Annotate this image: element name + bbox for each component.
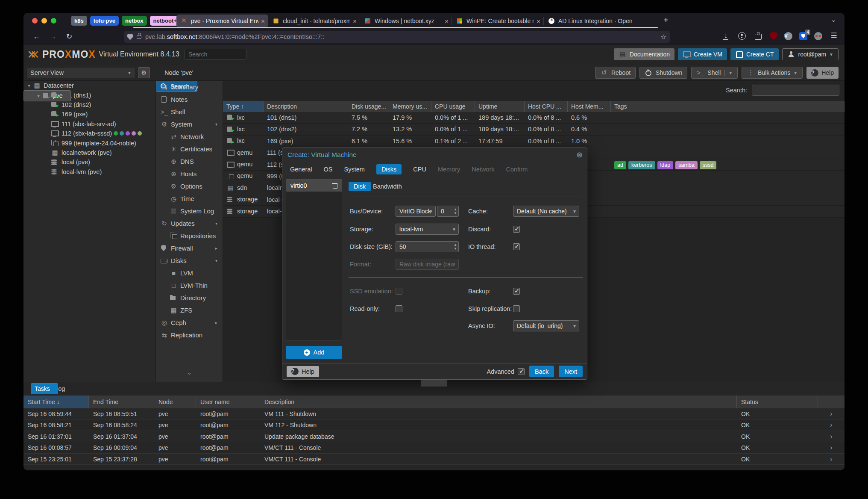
- trash-icon[interactable]: [331, 182, 339, 189]
- bookmark-star-icon[interactable]: ☆: [660, 33, 666, 41]
- dialog-tab-general[interactable]: General: [290, 166, 312, 173]
- column-header-type[interactable]: Type ↑: [223, 101, 264, 112]
- asyncio-select[interactable]: Default (io_uring)▼: [513, 320, 579, 331]
- table-row-169-pxe[interactable]: lxc169 (pxe)6.1 %15.6 %0.1% of 2 ...17:4…: [223, 136, 845, 147]
- menu-icon[interactable]: [829, 31, 839, 41]
- dialog-tab-os[interactable]: OS: [324, 166, 333, 173]
- chevron-right-icon[interactable]: ›: [818, 408, 845, 419]
- tab-group-netbox[interactable]: netbox: [122, 16, 147, 26]
- tab-group-k8s[interactable]: k8s: [71, 16, 87, 26]
- storage-select[interactable]: local-lvm▼: [396, 224, 459, 235]
- chevron-right-icon[interactable]: ›: [818, 442, 845, 453]
- task-row[interactable]: Sep 15 23:25:01Sep 15 23:37:28pveroot@pa…: [23, 454, 845, 465]
- nav-item-directory[interactable]: Directory: [156, 292, 223, 304]
- nav-item-lvm[interactable]: ■LVM: [156, 267, 223, 279]
- tasks-column-description[interactable]: Description: [260, 396, 737, 408]
- nav-item-summary[interactable]: ▤Summary: [156, 81, 223, 93]
- nav-item-zfs[interactable]: ▦ZFS: [156, 304, 223, 316]
- add-disk-button[interactable]: +Add: [286, 346, 342, 359]
- task-row[interactable]: Sep 16 01:37:01Sep 16 01:37:04pveroot@pa…: [23, 431, 845, 442]
- forward-button[interactable]: →: [47, 31, 59, 42]
- nav-item-updates[interactable]: ↻Updates▾: [156, 217, 223, 230]
- ublock-icon[interactable]: [770, 32, 777, 40]
- nav-item-lvm-thin[interactable]: □LVM-Thin: [156, 279, 223, 292]
- shell-button[interactable]: >_Shell|▼: [691, 67, 738, 79]
- spinner-icons[interactable]: ▲▼: [454, 243, 457, 251]
- close-icon[interactable]: ⊗: [576, 150, 583, 159]
- nav-item-ceph[interactable]: ◎Ceph▸: [156, 316, 223, 329]
- tasks-column-user-name[interactable]: User name: [196, 396, 260, 408]
- nav-item-disks[interactable]: Disks▾: [156, 254, 223, 267]
- subtab-bandwidth[interactable]: Bandwidth: [373, 183, 402, 190]
- minimize-window-button[interactable]: [41, 18, 47, 24]
- task-row[interactable]: Sep 16 08:59:44Sep 16 08:59:51pveroot@pa…: [23, 408, 845, 419]
- nav-item-network[interactable]: ⇄Network: [156, 130, 223, 143]
- tree-item-local-pve[interactable]: local (pve): [23, 157, 155, 167]
- vimium-icon[interactable]: V: [784, 32, 792, 40]
- reboot-button[interactable]: ↺Reboot: [595, 67, 636, 79]
- nav-item-options[interactable]: ⚙Options: [156, 180, 223, 192]
- tab-winpe-create-bootable-media[interactable]: WinPE: Create bootable media |×: [452, 15, 544, 27]
- nav-item-repositories[interactable]: Repositories: [156, 230, 223, 242]
- lock-icon[interactable]: [137, 35, 141, 39]
- tasks-column-status[interactable]: Status: [737, 396, 818, 408]
- column-header-description[interactable]: Description: [264, 101, 348, 112]
- chevron-right-icon[interactable]: ›: [818, 419, 845, 431]
- cache-select[interactable]: Default (No cache)▼: [513, 206, 579, 217]
- advanced-checkbox[interactable]: [518, 368, 525, 375]
- url-bar[interactable]: pve.lab.softbox.net:8006/#v1:0:=node%2Fp…: [124, 31, 670, 43]
- table-row-102-dns2[interactable]: lxc102 (dns2)7.2 %13.2 %0.0% of 1 ...189…: [223, 124, 845, 135]
- tasks-column-node[interactable]: Node: [154, 396, 196, 408]
- nav-item-system-log[interactable]: ☰System Log: [156, 205, 223, 217]
- backup-checkbox[interactable]: [513, 288, 520, 295]
- skiprep-checkbox[interactable]: [513, 305, 520, 312]
- tree-item-169-pxe[interactable]: 169 (pxe): [23, 109, 155, 119]
- close-tab-icon[interactable]: ×: [261, 18, 265, 25]
- dialog-help-button[interactable]: ?Help: [287, 366, 319, 377]
- tasks-column-end-time[interactable]: End Time: [89, 396, 154, 408]
- tab-pve-proxmox-virtual-environme[interactable]: pve - Proxmox Virtual Environme×: [176, 15, 268, 27]
- useragent-icon[interactable]: [814, 32, 822, 40]
- nav-item-shell[interactable]: >_Shell: [156, 106, 223, 118]
- nav-item-dns[interactable]: ⊕DNS: [156, 155, 223, 168]
- account-icon[interactable]: [737, 31, 747, 41]
- bus-select[interactable]: VirtIO Block▼: [396, 206, 436, 217]
- tree-item-112-sbx-lab-sssd[interactable]: 112 (sbx-lab-sssd): [23, 129, 155, 138]
- column-header-cpu-usage[interactable]: CPU usage: [431, 101, 475, 112]
- tree-item-datacenter[interactable]: ▾▤Datacenter: [23, 81, 155, 90]
- close-tab-icon[interactable]: ×: [445, 18, 449, 25]
- tab-windows-netboot-xyz[interactable]: Windows | netboot.xyz×: [360, 15, 452, 27]
- tree-item-localnetwork-pve[interactable]: ▦localnetwork (pve): [23, 148, 155, 157]
- new-tab-button[interactable]: +: [663, 15, 669, 25]
- column-header-disk-usage[interactable]: Disk usage...: [348, 101, 389, 112]
- close-tab-icon[interactable]: ×: [353, 18, 357, 25]
- nav-item-time[interactable]: ◷Time: [156, 192, 223, 205]
- tree-item-999-template-24-04-noble[interactable]: 999 (template-24.04-noble): [23, 138, 155, 148]
- iothread-checkbox[interactable]: [513, 243, 520, 250]
- close-window-button[interactable]: [32, 18, 38, 24]
- tasks-column-start-time[interactable]: Start Time ↓: [23, 396, 89, 408]
- tree-item-pve[interactable]: ▾pve: [23, 90, 71, 101]
- tab-ad-linux-integration-open[interactable]: AD Linux Integration · Open: [544, 15, 636, 27]
- spinner-icons[interactable]: ▲▼: [454, 207, 457, 215]
- shutdown-button[interactable]: Shutdown: [639, 67, 687, 79]
- chevron-right-icon[interactable]: ›: [818, 431, 845, 442]
- user-menu-button[interactable]: root@pam▼: [782, 48, 839, 60]
- bulk-actions-button[interactable]: ⋮Bulk Actions▼: [742, 67, 803, 79]
- bitwarden-icon[interactable]: 4: [799, 32, 807, 40]
- column-header-memory-us[interactable]: Memory us...: [389, 101, 431, 112]
- column-header-tags[interactable]: Tags: [611, 101, 845, 112]
- create-ct-button[interactable]: Create CT: [730, 48, 779, 60]
- readonly-checkbox[interactable]: [396, 305, 402, 312]
- task-row[interactable]: Sep 16 08:58:21Sep 16 08:58:24pveroot@pa…: [23, 419, 845, 431]
- table-search-input[interactable]: [752, 85, 839, 96]
- chevron-right-icon[interactable]: ›: [818, 454, 845, 465]
- tree-item-111-sbx-lab-srv-ad[interactable]: 111 (sbx-lab-srv-ad): [23, 119, 155, 129]
- nav-item-firewall[interactable]: Firewall▸: [156, 242, 223, 254]
- disk-size-stepper[interactable]: 50▲▼: [396, 241, 459, 252]
- nav-item-system[interactable]: ⚙System▾: [156, 118, 223, 130]
- create-vm-button[interactable]: Create VM: [678, 48, 727, 60]
- close-tab-icon[interactable]: ×: [537, 18, 540, 25]
- tracking-protection-icon[interactable]: [127, 34, 133, 40]
- reload-button[interactable]: ↻: [64, 31, 75, 42]
